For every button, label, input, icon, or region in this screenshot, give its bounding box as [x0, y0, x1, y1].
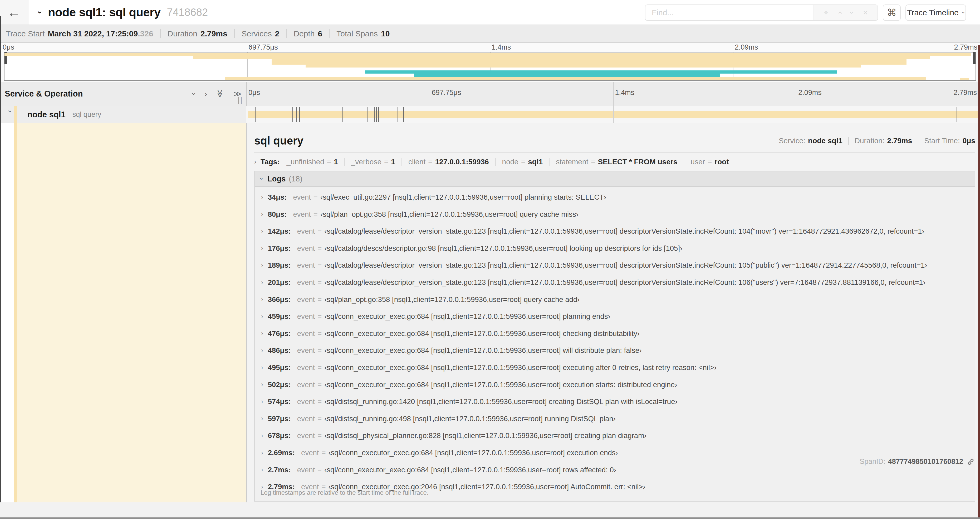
log-row[interactable]: › 678μs: event = ‹sql/distsql_physical_p…	[261, 427, 972, 444]
log-row[interactable]: › 142μs: event = ‹sql/catalog/lease/desc…	[261, 223, 972, 240]
timeline-gridline	[430, 106, 430, 123]
log-expand-icon[interactable]: ›	[261, 279, 263, 286]
log-expand-icon[interactable]: ›	[261, 330, 263, 337]
log-expand-icon[interactable]: ›	[261, 398, 263, 405]
minimap-tick-label: 2.79ms	[954, 43, 977, 51]
locate-icon[interactable]: ⌖	[824, 8, 828, 18]
log-marker	[284, 107, 284, 122]
log-expand-icon[interactable]: ›	[261, 194, 263, 201]
start-time-value: 0μs	[963, 137, 975, 145]
viewport-right-scrubber[interactable]	[973, 52, 975, 64]
log-field-value: ‹sql/conn_executor_exec.go:684 [nsql1,cl…	[324, 329, 640, 338]
log-timestamp: 201μs:	[268, 278, 291, 287]
log-field-value: ‹sql/conn_executor_exec.go:684 [nsql1,cl…	[324, 312, 610, 321]
trace-summary-bar: Trace Start March 31 2022, 17:25:09 .326…	[0, 25, 980, 43]
service-label: Service:	[779, 137, 805, 145]
log-field-value: ‹sql/catalog/lease/descriptor_version_st…	[324, 261, 927, 270]
minimap-span-bar	[365, 70, 837, 73]
log-row[interactable]: › 201μs: event = ‹sql/catalog/lease/desc…	[261, 274, 972, 291]
log-timestamp: 476μs:	[268, 329, 291, 338]
log-expand-icon[interactable]: ›	[261, 262, 263, 269]
tag-value: sql1	[528, 158, 542, 166]
log-field-key: event	[297, 261, 315, 270]
back-button[interactable]: ←	[0, 0, 29, 24]
log-timestamp: 189μs:	[268, 261, 291, 270]
log-row[interactable]: › 495μs: event = ‹sql/conn_executor_exec…	[261, 359, 972, 376]
expand-one-level-icon[interactable]: ›	[190, 93, 198, 95]
logs-header[interactable]: › Logs (18)	[255, 171, 975, 187]
log-expand-icon[interactable]: ›	[261, 364, 263, 371]
span-row: › node sql1 sql query	[0, 106, 980, 123]
keyboard-shortcuts-button[interactable]: ⌘	[883, 5, 901, 21]
deep-link-icon[interactable]	[967, 458, 975, 466]
log-row[interactable]: › 80μs: event = ‹sql/plan_opt.go:358 [ns…	[261, 206, 972, 223]
log-marker	[425, 107, 425, 122]
log-timestamp: 80μs:	[268, 210, 287, 219]
log-expand-icon[interactable]: ›	[261, 211, 263, 218]
tag-key: _unfinished	[286, 158, 324, 166]
trace-id: 7418682	[167, 6, 208, 18]
log-rows: › 34μs: event = ‹sql/exec_util.go:2297 […	[255, 187, 975, 477]
log-expand-icon[interactable]: ›	[261, 296, 263, 303]
log-row[interactable]: › 486μs: event = ‹sql/conn_executor_exec…	[261, 342, 972, 359]
duration-label: Duration	[167, 29, 197, 38]
log-expand-icon[interactable]: ›	[261, 432, 263, 439]
duration-value: 2.79ms	[200, 29, 228, 38]
collapse-all-icon[interactable]: ›	[37, 11, 44, 14]
view-selector-button[interactable]: Trace Timeline ›	[905, 5, 966, 21]
log-field-key: event	[297, 363, 315, 372]
log-row[interactable]: › 34μs: event = ‹sql/exec_util.go:2297 […	[261, 189, 972, 206]
clear-search-icon[interactable]: ×	[863, 8, 868, 17]
log-row[interactable]: › 597μs: event = ‹sql/distsql_running.go…	[261, 410, 972, 427]
log-timestamp: 597μs:	[268, 415, 291, 423]
tags-row[interactable]: › Tags: _unfinished = 1_verbose = 1clien…	[254, 155, 975, 169]
log-field-value: ‹sql/plan_opt.go:358 [nsql1,client=127.0…	[320, 210, 579, 219]
timeline-ruler: 0μs697.75μs1.4ms2.09ms2.79ms	[246, 82, 980, 106]
log-expand-icon[interactable]: ›	[261, 313, 263, 320]
log-timestamp: 176μs:	[268, 244, 291, 252]
minimap-tick-label: 0μs	[3, 43, 14, 51]
log-marker	[268, 107, 268, 122]
log-expand-icon[interactable]: ›	[261, 415, 263, 422]
span-collapse-icon[interactable]: ›	[7, 110, 14, 119]
log-expand-icon[interactable]: ›	[261, 381, 263, 388]
log-row[interactable]: › 366μs: event = ‹sql/plan_opt.go:358 [n…	[261, 291, 972, 308]
minimap-span-bar	[960, 78, 969, 80]
log-expand-icon[interactable]: ›	[261, 466, 263, 473]
trace-minimap: 0μs697.75μs1.4ms2.09ms2.79ms	[0, 43, 980, 82]
log-row[interactable]: › 176μs: event = ‹sql/catalog/descs/desc…	[261, 240, 972, 257]
spanid-label: SpanID:	[860, 458, 885, 466]
find-tools: ⌖ › › ×	[813, 5, 878, 20]
minimap-canvas[interactable]	[4, 52, 976, 81]
find-input[interactable]	[646, 5, 813, 20]
ruler-tick-label: 2.79ms	[953, 89, 977, 97]
log-row[interactable]: › 502μs: event = ‹sql/conn_executor_exec…	[261, 376, 972, 393]
logs-footnote: Log timestamps are relative to the start…	[261, 489, 429, 496]
spanid-row: SpanID: 4877749850101760812	[860, 458, 975, 466]
log-expand-icon[interactable]: ›	[261, 228, 263, 235]
minimap-tick-label: 2.09ms	[735, 43, 758, 51]
ruler-tick-label: 2.09ms	[798, 89, 822, 97]
log-row[interactable]: › 459μs: event = ‹sql/conn_executor_exec…	[261, 308, 972, 325]
collapse-one-level-icon[interactable]: ›	[204, 90, 207, 98]
column-resizer-grip[interactable]: ||	[238, 96, 243, 104]
span-row-name-cell[interactable]: › node sql1 sql query	[0, 106, 246, 123]
minimap-span-bar	[272, 59, 907, 65]
log-row[interactable]: › 189μs: event = ‹sql/catalog/lease/desc…	[261, 257, 972, 274]
log-expand-icon[interactable]: ›	[261, 449, 263, 457]
log-marker	[374, 107, 375, 122]
log-field-value: ‹sql/distsql_running.go:1420 [nsql1,clie…	[324, 398, 677, 406]
log-expand-icon[interactable]: ›	[261, 347, 263, 354]
log-row[interactable]: › 476μs: event = ‹sql/conn_executor_exec…	[261, 325, 972, 342]
log-timestamp: 366μs:	[268, 295, 291, 304]
prev-match-icon[interactable]: ›	[836, 11, 843, 14]
tag-key: _verbose	[351, 158, 382, 166]
log-field-key: event	[297, 431, 315, 440]
log-expand-icon[interactable]: ›	[261, 245, 263, 252]
log-row[interactable]: › 574μs: event = ‹sql/distsql_running.go…	[261, 393, 972, 410]
next-match-icon[interactable]: ›	[848, 11, 856, 14]
minimap-span-bar	[193, 56, 930, 59]
tag-value: root	[714, 158, 729, 166]
expand-all-icon[interactable]: ≫	[215, 89, 225, 98]
span-row-timeline-cell[interactable]	[246, 106, 980, 123]
